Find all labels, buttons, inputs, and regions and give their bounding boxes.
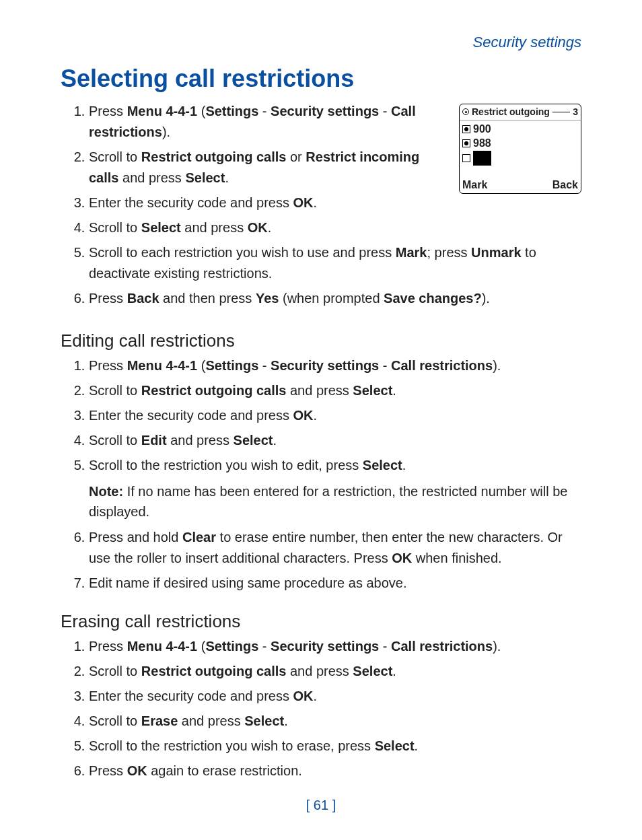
step-item: Scroll to the restriction you wish to er… [89, 736, 581, 757]
step-item: Press OK again to erase restriction. [89, 761, 581, 781]
steps-editing-cont: Press and hold Clear to erase entire num… [61, 527, 581, 594]
step-item: Enter the security code and press OK. [89, 193, 581, 213]
subheading-erasing: Erasing call restrictions [61, 611, 581, 632]
step-item: Enter the security code and press OK. [89, 686, 581, 707]
checkbox-icon [462, 139, 470, 147]
softkey-left: Mark [462, 178, 487, 193]
steps-erasing: Press Menu 4-4-1 (Settings - Security se… [61, 636, 581, 781]
step-item: Scroll to Restrict outgoing calls and pr… [89, 661, 581, 682]
step-item: Press and hold Clear to erase entire num… [89, 527, 581, 569]
step-item: Edit name if desired using same procedur… [89, 573, 581, 594]
step-item: Enter the security code and press OK. [89, 405, 581, 426]
page-title: Selecting call restrictions [61, 65, 581, 93]
step-item: Scroll to the restriction you wish to ed… [89, 455, 581, 476]
checkbox-icon [462, 154, 470, 162]
steps-editing: Press Menu 4-4-1 (Settings - Security se… [61, 355, 581, 476]
step-item: Scroll to Erase and press Select. [89, 711, 581, 732]
step-item: Press Menu 4-4-1 (Settings - Security se… [89, 355, 581, 376]
step-item: Press Back and then press Yes (when prom… [89, 288, 581, 309]
phone-lcd-figure: Restrict outgoing 3 900988999 Mark Back [459, 104, 581, 194]
softkey-right: Back [552, 178, 578, 193]
phone-title: Restrict outgoing [472, 106, 550, 118]
section-label: Security settings [61, 34, 581, 51]
checkbox-icon [462, 125, 470, 133]
phone-row-text: 988 [473, 136, 491, 151]
step-item: Scroll to each restriction you wish to u… [89, 242, 581, 284]
step-item: Scroll to Edit and press Select. [89, 430, 581, 451]
step-item: Scroll to Select and press OK. [89, 217, 581, 238]
step-item: Scroll to Restrict outgoing calls and pr… [89, 380, 581, 401]
note: Note: If no name has been entered for a … [89, 481, 581, 522]
phone-row-text: 900 [473, 122, 491, 137]
subheading-editing: Editing call restrictions [61, 330, 581, 351]
page-number: [ 61 ] [61, 798, 581, 813]
step-item: Press Menu 4-4-1 (Settings - Security se… [89, 636, 581, 657]
phone-row-text: 999 [473, 151, 491, 166]
radio-icon [462, 108, 469, 115]
phone-count: 3 [573, 106, 578, 118]
phone-body: 900988999 [460, 120, 581, 167]
